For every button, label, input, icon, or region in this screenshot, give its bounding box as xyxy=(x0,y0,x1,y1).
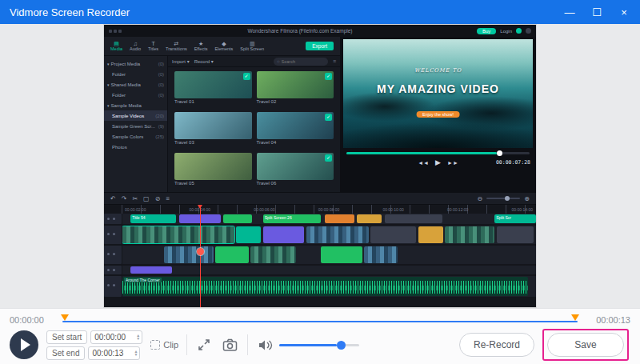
trim-start-handle[interactable] xyxy=(61,314,69,321)
spin-down-icon[interactable]: ▼ xyxy=(136,337,140,340)
timeline-clip xyxy=(364,246,397,263)
sidebar-item-sample-green: Sample Green Scr...(9) xyxy=(104,121,167,131)
set-end-button[interactable]: Set end xyxy=(46,346,85,360)
filmora-search-input xyxy=(282,59,322,64)
spin-down-icon[interactable]: ▼ xyxy=(134,353,138,356)
timeline-tracks: Title 54 Split Screen 26 Split Scr xyxy=(104,214,536,307)
sidebar-item-sample-videos: Sample Videos(20) xyxy=(104,110,167,121)
maximize-button[interactable]: ☐ xyxy=(590,6,603,18)
preview-video-frame: WELCOME TO MY AMAZING VIDEO Enjoy the sh… xyxy=(343,39,533,148)
filmora-gear-icon xyxy=(526,28,531,34)
set-start-field[interactable]: ▲ ▼ xyxy=(90,330,142,344)
fullscreen-button[interactable] xyxy=(195,336,213,354)
set-start-input[interactable] xyxy=(94,333,136,342)
timeline-clip xyxy=(370,226,416,243)
filmora-tab-splitscreen: ▥ Split Screen xyxy=(240,41,264,52)
overlay-title-text: MY AMAZING VIDEO xyxy=(343,82,533,95)
play-button[interactable] xyxy=(10,330,38,359)
trim-track[interactable] xyxy=(62,321,578,322)
prev-frame-icon: ◄◄ xyxy=(418,160,429,166)
check-icon: ✓ xyxy=(325,114,332,121)
recorder-control-bar: 00:00:00 00:00:13 Set start ▲ ▼ Set xyxy=(0,308,640,364)
trim-end-handle[interactable] xyxy=(571,314,579,321)
controls-row: Set start ▲ ▼ Set end ▲ ▼ xyxy=(0,326,640,361)
sidebar-item-shared-media: ▾ Shared Media(0) xyxy=(104,79,167,90)
set-end-input[interactable] xyxy=(92,349,134,358)
volume-thumb[interactable] xyxy=(337,341,346,350)
timeline-clip xyxy=(215,246,248,263)
set-start-spinner[interactable]: ▲ ▼ xyxy=(136,334,140,340)
recorded-frame-filmora: Wondershare Filmora (FileInfo.com Exampl… xyxy=(104,25,536,307)
caret-icon: ▾ xyxy=(107,103,110,108)
filmora-media-sidebar: ▾ Project Media(0) Folder(0) ▾ Shared Me… xyxy=(104,56,168,192)
timeline-toolbar: ↶ ↷ ✂ ▢ ⊘ ≡ ⊖ ⊕ xyxy=(104,192,536,205)
timeline-clip xyxy=(223,214,252,223)
filmora-tab-transitions: ⇄ Transitions xyxy=(166,41,187,52)
video-preview-area: Wondershare Filmora (FileInfo.com Exampl… xyxy=(0,24,640,308)
timeline-clip xyxy=(418,226,443,243)
check-icon: ✓ xyxy=(325,154,332,162)
import-dropdown: Import ▾ xyxy=(172,58,190,64)
media-thumbnail: ✓ xyxy=(257,112,334,139)
effects-tab-icon: ★ xyxy=(198,41,203,47)
undo-icon: ↶ xyxy=(110,195,116,202)
window-controls: — ☐ × xyxy=(563,6,630,18)
media-thumbnail: ✓ xyxy=(257,71,334,98)
zoom-in-icon: ⊕ xyxy=(524,195,530,202)
filmora-media-grid: ✓ Travel 01 ✓ Travel 02 Travel 03 xyxy=(168,67,340,192)
trim-end-time: 00:00:13 xyxy=(584,315,630,325)
set-start-button[interactable]: Set start xyxy=(46,330,87,344)
camera-icon xyxy=(222,338,238,352)
audio-waveform xyxy=(122,286,528,290)
close-button[interactable]: × xyxy=(618,6,630,18)
set-end-field[interactable]: ▲ ▼ xyxy=(88,346,140,360)
screenshot-button[interactable] xyxy=(221,337,239,354)
redo-icon: ↷ xyxy=(122,195,127,202)
app-title: Vidmore Screen Recorder xyxy=(10,6,563,18)
timeline-clip xyxy=(321,246,362,263)
timeline-clip xyxy=(250,246,296,263)
trim-slider[interactable] xyxy=(62,314,578,326)
set-end-spinner[interactable]: ▲ ▼ xyxy=(134,350,138,356)
timeline-clip: Title 54 xyxy=(130,214,176,223)
trim-start-time: 00:00:00 xyxy=(10,315,56,325)
track-video-2 xyxy=(122,246,536,264)
rerecord-button[interactable]: Re-Record xyxy=(459,333,534,357)
filmora-title: Wondershare Filmora (FileInfo.com Exampl… xyxy=(127,28,473,34)
track-titles: Title 54 Split Screen 26 Split Scr xyxy=(122,214,536,224)
overlay-welcome-text: WELCOME TO xyxy=(343,67,533,74)
timeline-ruler: 00:00:02:0000:00:04:00 00:00:06:0000:00:… xyxy=(122,205,536,214)
clip-label: Clip xyxy=(163,340,178,350)
sidebar-item-project-media: ▾ Project Media(0) xyxy=(104,58,167,69)
track-header xyxy=(104,266,122,274)
cut-icon: ✂ xyxy=(132,195,138,202)
timeline-clip: Split Screen 26 xyxy=(263,214,321,223)
crop-icon: ▢ xyxy=(143,195,150,202)
volume-fill xyxy=(279,344,337,346)
speaker-icon xyxy=(258,338,273,352)
preview-transport-controls: ◄◄ ▶ ►► 00:00:07:28 xyxy=(340,154,536,170)
caret-icon: ▾ xyxy=(107,82,110,87)
timeline-clip xyxy=(497,226,534,243)
media-item: ✓ Travel 04 xyxy=(257,112,334,150)
volume-button[interactable] xyxy=(256,337,274,354)
media-thumbnail xyxy=(174,112,252,139)
clip-toggle[interactable]: Clip xyxy=(150,340,178,350)
filmora-export-button: Export xyxy=(306,42,334,50)
splitscreen-tab-icon: ▥ xyxy=(250,41,255,47)
audio-clip: Around The Corner xyxy=(122,277,528,296)
timeline-clip xyxy=(122,226,234,243)
volume-slider[interactable] xyxy=(279,344,359,346)
sidebar-item-sample-colors: Sample Colors(25) xyxy=(104,131,167,142)
timeline-clip: Split Scr xyxy=(494,214,536,223)
timeline-zoom-slider xyxy=(486,198,520,199)
filmora-login-link: Login xyxy=(500,29,512,34)
audio-clip-label: Around The Corner xyxy=(124,278,162,282)
minimize-button[interactable]: — xyxy=(563,6,576,18)
filmora-preview-player: WELCOME TO MY AMAZING VIDEO Enjoy the sh… xyxy=(340,37,536,192)
track-header xyxy=(104,214,122,224)
play-icon: ▶ xyxy=(435,158,441,166)
save-button[interactable]: Save xyxy=(547,333,624,357)
filmora-tab-elements: ◆ Elements xyxy=(214,41,233,52)
timeline-clip xyxy=(236,226,261,243)
